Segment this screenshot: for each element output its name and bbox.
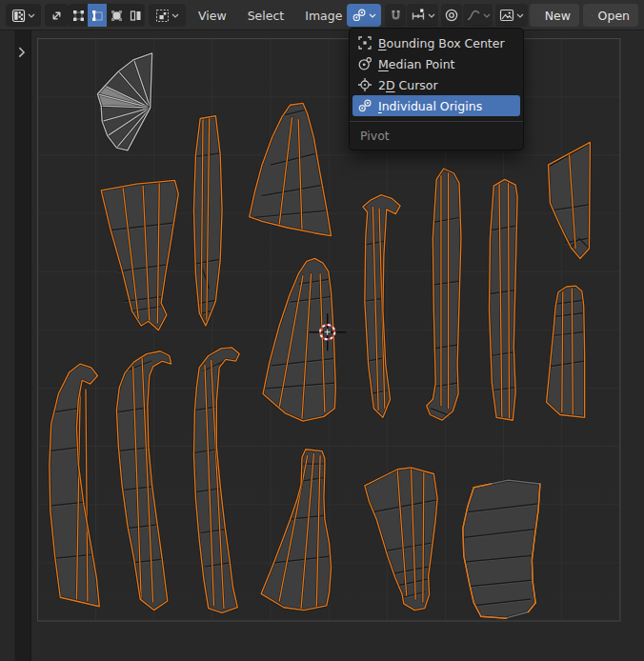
select-mode-edge-button[interactable] xyxy=(88,4,107,27)
menu-footer-label: Pivot xyxy=(350,126,523,145)
chevron-down-icon xyxy=(28,13,35,18)
chevron-down-icon xyxy=(369,13,376,18)
menu-item-2d-cursor[interactable]: 2D Cursor xyxy=(352,74,520,95)
face-select-icon xyxy=(111,10,123,22)
chevron-down-icon xyxy=(171,13,179,18)
chevron-down-icon xyxy=(483,13,491,18)
menu-item-label: 2D Cursor xyxy=(378,78,438,92)
snap-toggle-button[interactable] xyxy=(385,4,406,27)
snap-increment-icon xyxy=(411,8,426,23)
menu-item-median-point[interactable]: Median Point xyxy=(352,53,520,74)
bounding-box-center-icon xyxy=(357,35,378,50)
uv-editor-header: View Select Image UV xyxy=(0,0,644,30)
proportional-falloff-dropdown[interactable] xyxy=(463,4,493,27)
proportional-editing-icon xyxy=(444,8,459,23)
new-image-button[interactable]: New xyxy=(530,4,579,27)
edge-select-icon xyxy=(91,10,104,22)
falloff-curve-icon xyxy=(466,8,481,23)
pivot-individual-origins-icon xyxy=(352,8,367,23)
chevron-down-icon xyxy=(516,13,524,18)
snap-settings-dropdown[interactable] xyxy=(407,4,438,27)
sticky-selection-dropdown[interactable] xyxy=(149,4,186,27)
menu-item-bounding-box-center[interactable]: Bounding Box Center xyxy=(352,32,520,53)
menu-item-individual-origins[interactable]: Individual Origins xyxy=(352,95,520,116)
plus-icon xyxy=(538,10,539,21)
menu-item-label: Individual Origins xyxy=(378,99,482,113)
blender-uv-editor: View Select Image UV xyxy=(0,0,644,661)
sticky-selection-icon xyxy=(155,9,170,23)
menu-image[interactable]: Image xyxy=(294,9,352,23)
uv-image-editor-icon xyxy=(11,9,26,23)
vertex-select-icon xyxy=(72,10,85,22)
2d-cursor-icon xyxy=(357,77,378,92)
select-mode-vertex-button[interactable] xyxy=(69,4,88,27)
uv-sync-selection-button[interactable] xyxy=(45,4,69,27)
open-image-button[interactable]: Open xyxy=(583,4,638,27)
menu-item-label: Median Point xyxy=(378,57,455,71)
uv-island-curved-slab[interactable] xyxy=(463,480,540,618)
new-button-label: New xyxy=(545,9,571,23)
pivot-menu: Bounding Box Center Median Point 2D Curs… xyxy=(349,28,524,150)
folder-icon xyxy=(592,10,593,22)
uv-island-strip-right[interactable] xyxy=(490,179,518,420)
uv-select-mode-group xyxy=(69,4,145,27)
image-selector-dropdown[interactable] xyxy=(495,4,528,27)
open-button-label: Open xyxy=(598,9,630,23)
sync-arrows-icon xyxy=(50,9,64,23)
magnet-icon xyxy=(389,9,403,23)
menu-separator xyxy=(350,121,523,122)
chevron-down-icon xyxy=(428,13,435,18)
uv-canvas[interactable] xyxy=(0,30,644,661)
median-point-icon xyxy=(357,56,378,71)
individual-origins-icon xyxy=(357,98,378,113)
select-mode-face-button[interactable] xyxy=(107,4,126,27)
proportional-editing-toggle[interactable] xyxy=(441,4,462,27)
select-mode-island-button[interactable] xyxy=(126,4,145,27)
menu-item-label: Bounding Box Center xyxy=(378,36,505,50)
uv-island-strip-tall[interactable] xyxy=(194,116,223,326)
menu-view[interactable]: View xyxy=(188,9,237,23)
editor-type-button[interactable] xyxy=(6,4,41,27)
menu-select[interactable]: Select xyxy=(237,9,295,23)
pivot-point-dropdown[interactable] xyxy=(347,4,381,27)
image-icon xyxy=(499,8,514,23)
island-select-icon xyxy=(130,10,142,22)
